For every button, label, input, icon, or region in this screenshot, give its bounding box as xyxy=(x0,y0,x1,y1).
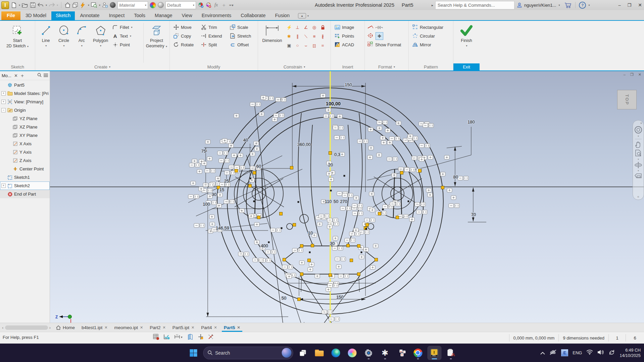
capture-caret[interactable]: ▾ xyxy=(99,4,100,7)
circular-pattern-button[interactable]: Circular xyxy=(411,32,450,40)
dimension-label[interactable]: 75 xyxy=(201,149,206,154)
material-dropdown[interactable]: Material ▾ xyxy=(117,1,148,9)
help-caret[interactable]: ▾ xyxy=(588,4,590,7)
fx-parameters-icon[interactable]: fx xyxy=(213,1,219,9)
unikey-button[interactable]: uin xyxy=(395,346,408,360)
panel-label-modify[interactable]: Modify xyxy=(170,63,258,70)
dimension-label[interactable]: 150 xyxy=(345,82,352,87)
orbit-wheel-icon[interactable] xyxy=(634,125,643,134)
sketch-vertex[interactable] xyxy=(249,185,252,188)
doc-close-icon[interactable]: ✕ xyxy=(638,72,641,77)
tab-close-icon[interactable]: ✕ xyxy=(214,325,217,330)
panel-label-constrain[interactable]: Constrain▾ xyxy=(258,63,331,70)
close-button[interactable]: ✕ xyxy=(638,2,642,8)
user-caret[interactable]: ▾ xyxy=(558,4,560,7)
panel-label-sketch[interactable]: Sketch xyxy=(0,63,35,70)
restore-button[interactable]: ❐ xyxy=(628,3,632,8)
browser-item-view-primary[interactable]: +View: [Primary] xyxy=(0,98,50,106)
ribbon-tab-manage[interactable]: Manage xyxy=(150,11,177,20)
vertical-constraint-icon[interactable]: ∦ xyxy=(318,32,327,41)
taskbar-search[interactable]: Search xyxy=(203,347,293,359)
browser-tab[interactable]: Mo... ✕ xyxy=(2,73,18,78)
taskbar-clock[interactable]: 6:49 CH 14/10/2025 xyxy=(620,348,641,358)
browser-item-part5[interactable]: Part5 xyxy=(0,81,50,89)
volume-icon[interactable] xyxy=(597,350,604,356)
text-button[interactable]: A Text▾ xyxy=(111,32,141,40)
grid-snap-icon[interactable] xyxy=(153,333,159,341)
dimension-label[interactable]: 146,59 xyxy=(216,225,229,230)
sketch-vertex[interactable] xyxy=(396,216,399,219)
tab-close-icon[interactable]: ✕ xyxy=(140,325,143,330)
dimension-label[interactable]: 50 xyxy=(282,296,286,301)
tab-close-icon[interactable]: ✕ xyxy=(163,325,166,330)
point-button[interactable]: Point xyxy=(111,40,141,49)
sync-update-icon[interactable] xyxy=(608,349,615,357)
ribbon-tab-collaborate[interactable]: Collaborate xyxy=(236,11,270,20)
pan-hand-icon[interactable] xyxy=(634,141,642,149)
sketch-vertex[interactable] xyxy=(253,171,256,174)
tab-close-icon[interactable]: ✕ xyxy=(104,325,107,330)
user-data-icon[interactable] xyxy=(102,1,108,9)
center-point-format-icon[interactable] xyxy=(376,32,383,40)
sketch-vertex[interactable] xyxy=(280,212,283,215)
doctab-scroll-left-icon[interactable]: ‹ xyxy=(2,325,4,330)
save-icon[interactable] xyxy=(30,1,36,9)
sketch-vertex[interactable] xyxy=(300,273,303,276)
rectangular-pattern-button[interactable]: Rectangular xyxy=(411,23,450,32)
document-tab-home[interactable]: Home xyxy=(53,323,78,332)
start-button[interactable] xyxy=(187,346,200,360)
collinear-constraint-icon[interactable]: ≡ xyxy=(310,32,318,41)
dimension-label[interactable]: 70 xyxy=(471,212,476,217)
parallel-constraint-icon[interactable]: ∥ xyxy=(293,32,302,41)
extend-button[interactable]: Extend xyxy=(199,32,228,40)
render-sphere-icon[interactable] xyxy=(110,1,116,9)
show-format-button[interactable]: Show Format xyxy=(367,40,402,49)
document-tab-part5-ipt[interactable]: Part5.ipt✕ xyxy=(169,323,198,332)
sketch-vertex[interactable] xyxy=(298,298,301,301)
panel-label-pattern[interactable]: Pattern xyxy=(409,63,453,70)
start-2d-sketch-button[interactable]: Start 2D Sketch ▾ xyxy=(5,22,30,49)
open-icon[interactable] xyxy=(22,1,28,9)
browser-item-sketch1[interactable]: Sketch1 xyxy=(0,173,50,182)
dimension-label[interactable]: 10 xyxy=(308,230,313,236)
ribbon-tab-fusion[interactable]: Fusion xyxy=(270,11,294,20)
fix-constraint-icon[interactable]: ○ xyxy=(293,41,302,50)
ribbon-tab-annotate[interactable]: Annotate xyxy=(76,11,104,20)
doctab-scrollbar[interactable] xyxy=(5,325,48,330)
tray-chevron-icon[interactable] xyxy=(540,350,545,356)
equal-constraint-icon[interactable]: = xyxy=(318,41,327,50)
browser-item-xy-plane[interactable]: XY Plane xyxy=(0,131,50,140)
paste-icon[interactable] xyxy=(72,1,78,9)
navbar-close-icon[interactable]: ✕ xyxy=(640,122,642,125)
browser-search-icon[interactable] xyxy=(37,73,42,78)
inventor-taskbar-button[interactable]: IPRO xyxy=(428,346,441,360)
dimension-label[interactable]: 270 xyxy=(340,199,347,204)
tab-close-icon[interactable]: ✕ xyxy=(191,325,194,330)
add-command-icon[interactable]: ＋ xyxy=(221,1,227,9)
appearance-dropdown[interactable]: Default ▾ xyxy=(165,1,196,9)
move-button[interactable]: Move xyxy=(172,23,199,32)
appearance-sphere-icon[interactable] xyxy=(158,1,164,9)
sketch-vertex[interactable] xyxy=(290,166,293,169)
panel-label-create[interactable]: Create▾ xyxy=(35,63,169,70)
driven-dimension-icon[interactable]: ⌐(x)¬ xyxy=(376,25,383,29)
zoom-window-icon[interactable] xyxy=(634,149,642,157)
trim-button[interactable]: Trim xyxy=(199,23,228,32)
dimension-label[interactable]: 50 xyxy=(334,199,338,204)
inventor-logo-icon[interactable]: I xyxy=(1,1,9,9)
doctab-scroll-right-icon[interactable]: › xyxy=(49,325,51,330)
sketch-vertex[interactable] xyxy=(375,258,378,261)
dimension-label[interactable]: 40 xyxy=(243,138,248,143)
dimension-label[interactable]: 30 xyxy=(212,192,216,197)
smooth-constraint-icon[interactable]: ⌣ xyxy=(302,41,310,50)
lock-constraint-icon[interactable] xyxy=(318,23,327,32)
slice-graphics-icon[interactable] xyxy=(187,334,194,341)
dimension-label[interactable]: 400 xyxy=(261,243,268,248)
dimension-label[interactable]: 30 xyxy=(330,241,335,246)
panel-label-exit[interactable]: Exit xyxy=(453,63,480,70)
new-file-icon[interactable] xyxy=(11,1,17,9)
browser-item-sketch2[interactable]: +Sketch2 xyxy=(0,182,50,190)
document-tab-meomeo-ipt[interactable]: meomeo.ipt✕ xyxy=(111,323,147,332)
settings-button[interactable] xyxy=(362,346,375,360)
polygon-button[interactable]: Polygon▾ xyxy=(91,22,110,48)
